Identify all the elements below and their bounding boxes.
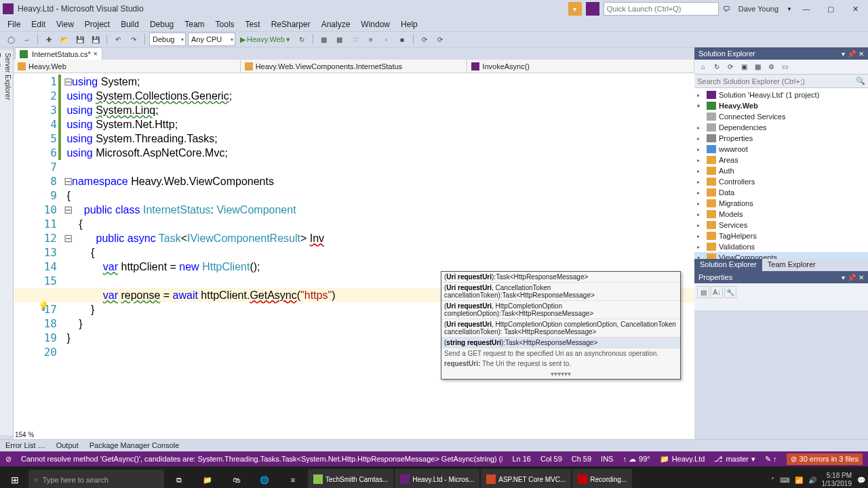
task-view-icon[interactable]: ⧉	[165, 469, 193, 488]
user-dropdown-icon[interactable]: ▼	[787, 6, 792, 12]
tray-ime-icon[interactable]: ⌨	[780, 476, 789, 484]
menu-debug[interactable]: Debug	[145, 18, 178, 30]
maximize-button[interactable]: ▢	[821, 2, 841, 16]
tree-node[interactable]: ▸Migrations	[694, 198, 868, 209]
menu-edit[interactable]: Edit	[26, 18, 50, 30]
tray-up-icon[interactable]: ˄	[771, 476, 774, 484]
tree-node[interactable]: ▸Data	[694, 187, 868, 198]
tree-node-selected[interactable]: ▾ViewComponents	[694, 252, 868, 259]
chrome-icon[interactable]: 🌐	[251, 469, 278, 488]
tree-node[interactable]: ▸TagHelpers	[694, 230, 868, 241]
tray-wifi-icon[interactable]: 📶	[795, 476, 803, 484]
open-file-button[interactable]: 📂	[58, 33, 71, 46]
intellisense-item[interactable]: (Uri requestUri):Task<HttpResponseMessag…	[441, 272, 680, 283]
editor-tab[interactable]: InternetStatus.cs* ×	[15, 47, 102, 60]
intellisense-item[interactable]: (Uri requestUri, HttpCompletionOption co…	[441, 301, 680, 319]
tree-node[interactable]: Connected Services	[694, 111, 868, 122]
code-text[interactable]: ⊟using System; using System.Collections.…	[61, 73, 335, 439]
tree-node[interactable]: ▸Services	[694, 220, 868, 230]
menu-build[interactable]: Build	[116, 18, 144, 30]
start-button[interactable]: ⊞	[3, 469, 27, 488]
menu-project[interactable]: Project	[80, 18, 115, 30]
solution-search-input[interactable]	[697, 77, 856, 85]
status-project[interactable]: 📁 Heavy.Ltd	[660, 455, 705, 464]
preview-icon[interactable]: ▭	[778, 61, 791, 73]
toolbar-btn-6[interactable]: ■	[395, 33, 409, 46]
toolbox-tab[interactable]: Toolbox	[0, 50, 3, 435]
tree-solution[interactable]: ▸Solution 'Heavy.Ltd' (1 project)	[694, 89, 868, 100]
tree-node[interactable]: ▸Properties	[694, 133, 868, 144]
properties-icon[interactable]: ⚙	[765, 61, 777, 73]
undo-button[interactable]: ↶	[111, 33, 125, 46]
menu-help[interactable]: Help	[396, 18, 422, 30]
notification-bell-icon[interactable]	[586, 2, 599, 16]
toolbar-btn-3[interactable]: ∷	[349, 33, 362, 46]
taskbar-clock[interactable]: 5:18 PM1/13/2019	[822, 472, 852, 488]
tree-project[interactable]: ▾Heavy.Web	[694, 100, 868, 111]
pmc-tab[interactable]: Package Manager Console	[84, 440, 185, 451]
tree-node[interactable]: ▸Dependencies	[694, 122, 868, 133]
tray-volume-icon[interactable]: 🔊	[808, 476, 816, 484]
prop-alpha-icon[interactable]: A↓	[711, 286, 723, 298]
showall-icon[interactable]: ▦	[751, 61, 764, 73]
error-list-tab[interactable]: Error List …	[0, 440, 51, 451]
status-branch[interactable]: ⎇ master ▾	[714, 455, 755, 464]
status-changes[interactable]: ✎ ↑	[765, 455, 777, 464]
tree-node[interactable]: ▸Models	[694, 209, 868, 220]
taskbar-app[interactable]: ASP.NET Core MVC...	[481, 469, 571, 488]
store-icon[interactable]: 🛍	[222, 469, 250, 488]
toolbar-btn-7[interactable]: ⟳	[418, 33, 431, 46]
save-all-button[interactable]: 💾	[89, 33, 102, 46]
panel-dropdown-icon[interactable]: ▾	[842, 50, 845, 58]
platform-dropdown[interactable]: Any CPU	[188, 33, 235, 46]
tree-node[interactable]: ▸Validations	[694, 241, 868, 252]
toolbar-btn-1[interactable]: ▦	[317, 33, 331, 46]
panel-pin-icon[interactable]: 📌	[848, 50, 856, 58]
taskbar-app[interactable]: Recording...	[572, 469, 632, 488]
feedback-icon[interactable]: 🗩	[723, 5, 730, 13]
taskbar-search[interactable]: ○Type here to search	[28, 470, 164, 488]
solution-search[interactable]: 🔍	[694, 75, 868, 88]
menu-resharper[interactable]: ReSharper	[267, 18, 315, 30]
menu-test[interactable]: Test	[241, 18, 265, 30]
menu-window[interactable]: Window	[356, 18, 395, 30]
lightbulb-icon[interactable]: 💡	[38, 301, 49, 312]
menu-analyze[interactable]: Analyze	[317, 18, 355, 30]
panel-pin-icon[interactable]: 📌	[848, 274, 856, 281]
zoom-level[interactable]: 154 %	[15, 431, 34, 439]
notification-badge[interactable]: ▾	[568, 2, 582, 16]
taskbar-app[interactable]: TechSmith Camtas...	[308, 469, 393, 488]
sync-icon[interactable]: ⟳	[724, 61, 736, 73]
home-icon[interactable]: ⌂	[697, 61, 709, 73]
save-button[interactable]: 💾	[73, 33, 87, 46]
panel-dropdown-icon[interactable]: ▾	[842, 274, 845, 281]
search-icon[interactable]: 🔍	[856, 77, 865, 85]
quick-launch-input[interactable]	[604, 2, 719, 16]
intellisense-item[interactable]: (Uri requestUri, HttpCompletionOption co…	[441, 319, 680, 338]
close-button[interactable]: ✕	[845, 2, 865, 16]
minimize-button[interactable]: —	[796, 2, 816, 16]
tree-node[interactable]: ▸Controllers	[694, 176, 868, 187]
user-name[interactable]: Dave Young	[734, 5, 783, 13]
solution-tree[interactable]: ▸Solution 'Heavy.Ltd' (1 project) ▾Heavy…	[694, 88, 868, 259]
system-tray[interactable]: ˄ ⌨ 📶 🔊 5:18 PM1/13/2019 💬	[771, 472, 866, 488]
nav-fwd-button[interactable]: →	[20, 33, 33, 46]
run-button[interactable]: ▶ Heavy.Web ▾	[237, 35, 293, 44]
tab-close-icon[interactable]: ×	[94, 50, 98, 58]
menu-team[interactable]: Team	[180, 18, 209, 30]
taskbar-app[interactable]: Heavy.Ltd - Micros...	[395, 469, 479, 488]
panel-close-icon[interactable]: ✕	[859, 50, 864, 58]
menu-tools[interactable]: Tools	[211, 18, 239, 30]
new-file-button[interactable]: ✚	[42, 33, 56, 46]
browser-link-button[interactable]: ↻	[295, 33, 309, 46]
nav-member[interactable]: InvokeAsync()	[467, 60, 694, 73]
tree-node[interactable]: ▸Areas	[694, 155, 868, 165]
server-explorer-tab[interactable]: Server Explorer	[3, 50, 13, 435]
tray-notification-icon[interactable]: 💬	[857, 476, 865, 484]
solution-explorer-tab[interactable]: Solution Explorer	[694, 259, 762, 271]
output-tab[interactable]: Output	[51, 440, 84, 451]
toolbar-btn-4[interactable]: ≡	[364, 33, 378, 46]
nav-class[interactable]: Heavy.Web.ViewComponents.InternetStatus	[241, 60, 468, 73]
toolbar-btn-8[interactable]: ⟳	[433, 33, 447, 46]
panel-close-icon[interactable]: ✕	[859, 274, 864, 281]
